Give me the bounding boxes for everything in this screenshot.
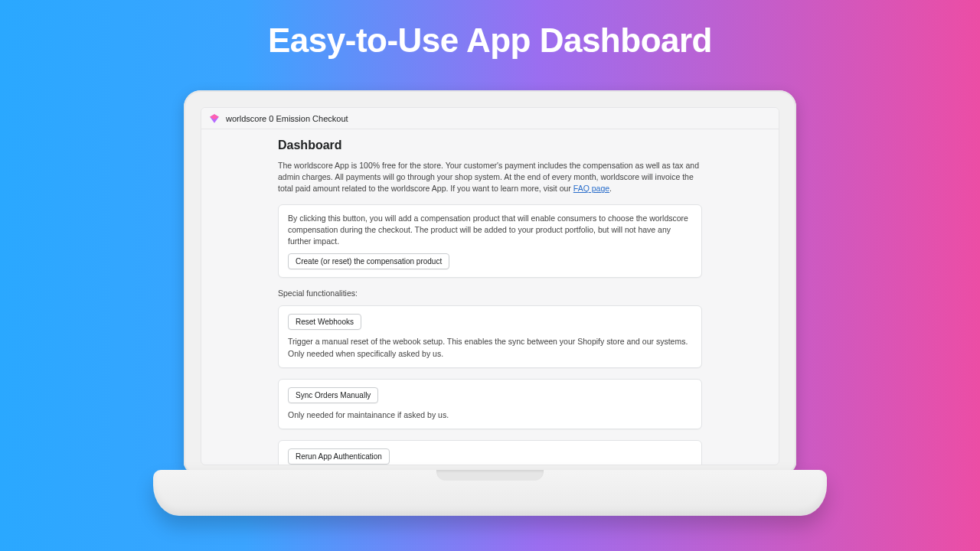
laptop-trackpad-notch (436, 470, 544, 481)
reset-webhooks-description: Trigger a manual reset of the webook set… (288, 336, 692, 359)
page-title: Dashboard (278, 139, 702, 152)
dashboard-content: Dashboard The worldscore App is 100% fre… (201, 129, 779, 465)
sync-orders-description: Only needed for maintainance if asked by… (288, 409, 692, 421)
intro-text: The worldscore App is 100% free for the … (278, 160, 702, 195)
app-header-title: worldscore 0 Emission Checkout (226, 114, 348, 123)
hero-title: Easy-to-Use App Dashboard (0, 21, 980, 60)
special-functionalities-label: Special functionalities: (278, 289, 702, 298)
laptop-bezel: worldscore 0 Emission Checkout Dashboard… (184, 90, 796, 473)
create-compensation-button[interactable]: Create (or reset) the compensation produ… (288, 253, 449, 269)
sync-orders-card: Sync Orders Manually Only needed for mai… (278, 379, 702, 429)
reset-webhooks-card: Reset Webhooks Trigger a manual reset of… (278, 305, 702, 367)
intro-text-before: The worldscore App is 100% free for the … (278, 161, 699, 193)
reset-webhooks-button[interactable]: Reset Webhooks (288, 314, 361, 330)
compensation-card: By clicking this button, you will add a … (278, 204, 702, 279)
compensation-description: By clicking this button, you will add a … (288, 213, 692, 248)
rerun-auth-button[interactable]: Rerun App Authentication (288, 448, 390, 465)
promo-background: Easy-to-Use App Dashboard worldscore 0 E… (0, 0, 980, 551)
laptop-base (153, 470, 827, 516)
rerun-auth-card: Rerun App Authentication Only needed if … (278, 440, 702, 465)
app-logo-icon (209, 113, 220, 124)
sync-orders-button[interactable]: Sync Orders Manually (288, 387, 378, 403)
intro-text-after: . (609, 184, 612, 193)
app-screen: worldscore 0 Emission Checkout Dashboard… (201, 107, 779, 465)
faq-link[interactable]: FAQ page (573, 184, 609, 193)
app-header: worldscore 0 Emission Checkout (201, 108, 779, 129)
laptop-mockup: worldscore 0 Emission Checkout Dashboard… (184, 90, 796, 516)
